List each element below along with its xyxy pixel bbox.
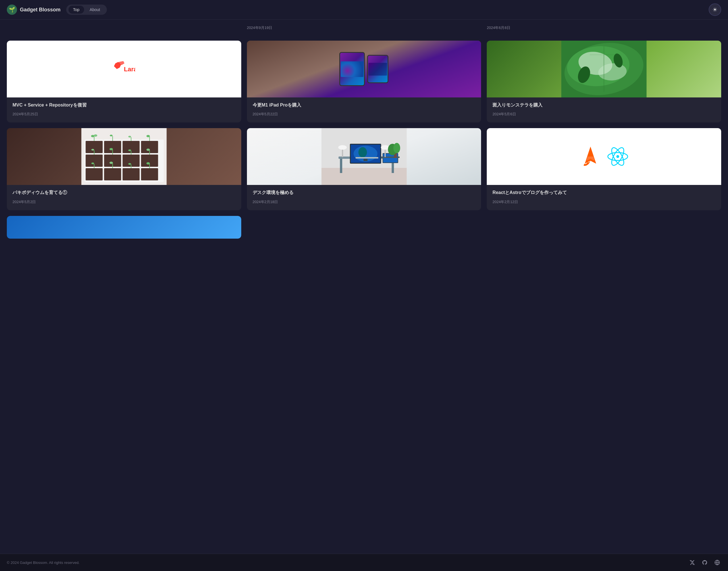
card-seedlings-body: パキポディウムを育てる① 2024年5月2日 (7, 185, 241, 210)
card-ipad-title: 今更M1 iPad Proを購入 (252, 102, 476, 108)
card-astro-react-date: 2024年2月12日 (493, 200, 716, 205)
svg-rect-63 (381, 156, 400, 158)
site-title: Gadget Blossom (20, 7, 61, 13)
card-laravel-body: MVC + Service + Repositoryを復習 2024年5月25日 (7, 97, 241, 122)
svg-point-43 (91, 162, 94, 164)
svg-point-39 (128, 149, 131, 151)
nav-item-top[interactable]: Top (69, 6, 84, 14)
card-partial[interactable] (7, 216, 241, 239)
laravel-logo-svg: Laravel (112, 61, 135, 78)
card-astro-react[interactable]: ReactとAstroでブログを作ってみて 2024年2月12日 (487, 128, 721, 210)
header-left: 🌱 Gadget Blossom Top About (7, 5, 107, 15)
svg-rect-24 (141, 168, 158, 181)
top-date-1: 2024年9月19日 (247, 25, 273, 30)
nav-item-about[interactable]: About (85, 6, 105, 14)
svg-point-49 (146, 162, 150, 164)
svg-point-31 (128, 136, 131, 137)
svg-point-35 (91, 149, 94, 150)
card-laravel[interactable]: Laravel MVC + Service + Repositoryを復習 20… (7, 41, 241, 122)
card-seedlings[interactable]: パキポディウムを育てる① 2024年5月2日 (7, 128, 241, 210)
header: 🌱 Gadget Blossom Top About ☀ (0, 0, 728, 20)
card-desk-body: デスク環境を極める 2024年2月18日 (247, 185, 481, 210)
card-monstera-body: 斑入りモンステラを購入 2024年5月6日 (487, 97, 721, 122)
card-ipad[interactable]: 今更M1 iPad Proを購入 2024年5月22日 (247, 41, 481, 122)
card-desk-title: デスク環境を極める (252, 190, 476, 196)
svg-point-27 (94, 134, 97, 137)
card-desk[interactable]: デスク環境を極める 2024年2月18日 (247, 128, 481, 210)
card-astro-react-body: ReactとAstroでブログを作ってみて 2024年2月12日 (487, 185, 721, 210)
main-content: 2024年9月19日 2024年6月8日 Laravel MVC + Servi (0, 20, 728, 554)
svg-rect-54 (340, 159, 342, 173)
card-laravel-image: Laravel (7, 41, 241, 97)
logo-area: 🌱 Gadget Blossom (7, 5, 61, 15)
card-laravel-date: 2024年5月25日 (12, 112, 235, 117)
card-desk-date: 2024年2月18日 (252, 200, 476, 205)
card-ipad-body: 今更M1 iPad Proを購入 2024年5月22日 (247, 97, 481, 122)
card-partial-image (7, 216, 241, 239)
main-nav: Top About (66, 5, 107, 15)
footer-icons (688, 559, 721, 566)
astro-logo-svg (579, 145, 602, 168)
svg-text:Laravel: Laravel (124, 66, 135, 73)
footer-copyright: © 2024 Gadget Blossom. All rights reserv… (7, 561, 80, 565)
cards-grid: Laravel MVC + Service + Repositoryを復習 20… (7, 41, 721, 210)
svg-point-37 (109, 148, 113, 150)
svg-point-75 (616, 155, 619, 158)
x-twitter-icon[interactable] (688, 559, 696, 566)
footer: © 2024 Gadget Blossom. All rights reserv… (0, 554, 728, 571)
card-desk-image (247, 128, 481, 185)
globe-icon[interactable] (713, 559, 721, 566)
card-seedlings-title: パキポディウムを育てる① (12, 190, 235, 196)
svg-point-33 (146, 135, 150, 137)
svg-rect-21 (86, 168, 103, 181)
svg-rect-71 (355, 157, 378, 158)
card-laravel-title: MVC + Service + Repositoryを復習 (12, 102, 235, 108)
card-astro-react-image (487, 128, 721, 185)
theme-toggle-button[interactable]: ☀ (709, 3, 721, 16)
card-monstera[interactable]: 斑入りモンステラを購入 2024年5月6日 (487, 41, 721, 122)
card-seedlings-date: 2024年5月2日 (12, 200, 235, 205)
card-monstera-title: 斑入りモンステラを購入 (493, 102, 716, 108)
github-icon[interactable] (701, 559, 709, 566)
svg-point-47 (128, 163, 131, 165)
card-astro-react-title: ReactとAstroでブログを作ってみて (493, 190, 716, 196)
card-ipad-date: 2024年5月22日 (252, 112, 476, 117)
svg-rect-23 (122, 168, 139, 181)
svg-rect-22 (104, 168, 121, 181)
react-logo-svg (606, 145, 629, 168)
svg-rect-60 (363, 159, 368, 161)
top-date-spacer (7, 25, 241, 35)
svg-point-45 (109, 162, 113, 164)
card-ipad-image (247, 41, 481, 97)
logo-icon: 🌱 (7, 5, 17, 15)
svg-point-59 (358, 147, 367, 157)
svg-point-70 (393, 143, 400, 153)
svg-point-41 (146, 148, 150, 151)
card-monstera-date: 2024年5月6日 (493, 112, 716, 117)
svg-point-65 (338, 145, 347, 150)
svg-point-29 (110, 135, 112, 136)
card-monstera-image (487, 41, 721, 97)
card-seedlings-image (7, 128, 241, 185)
top-date-2: 2024年6月8日 (487, 25, 510, 30)
